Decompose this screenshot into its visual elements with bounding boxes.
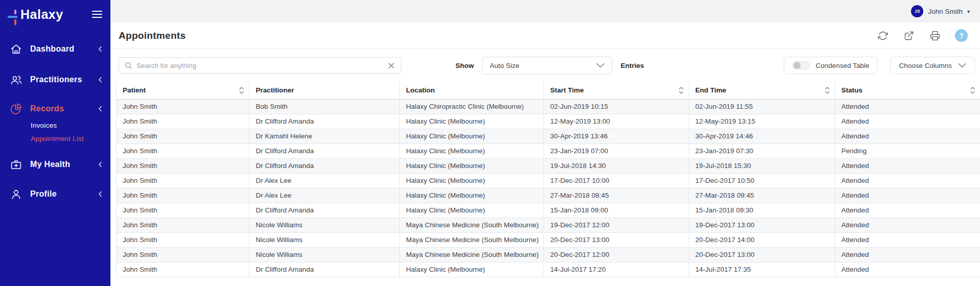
cell-patient: John Smith [117, 188, 249, 203]
cell-start-time: 20-Dec-2017 12:00 [544, 247, 689, 262]
topbar: JS John Smith ▾ [110, 0, 980, 22]
table-row[interactable]: John SmithDr Clifford AmandaHalaxy Clini… [117, 158, 980, 173]
cell-status: Attended [835, 218, 980, 232]
sidebar-item-label: Dashboard [30, 44, 74, 54]
sidebar-subitem-invoices[interactable]: Invoices [0, 119, 110, 131]
cell-practitioner: Dr Kamahl Helene [249, 129, 400, 144]
person-icon [10, 188, 22, 201]
cell-practitioner: Dr Clifford Amanda [249, 144, 400, 158]
caret-down-icon: ▾ [967, 9, 970, 14]
page-title: Appointments [119, 30, 186, 41]
cell-end-time: 27-Mar-2018 09:45 [689, 188, 835, 203]
page-size-select[interactable]: Auto Size [482, 57, 612, 75]
cell-practitioner: Bob Smith [249, 99, 400, 114]
cell-status: Pending [835, 144, 980, 158]
print-icon[interactable] [929, 30, 941, 42]
column-header-status[interactable]: Status [835, 82, 980, 99]
search-box [119, 57, 401, 74]
table-row[interactable]: John SmithNicole WilliamsMaya Chinese Me… [117, 218, 980, 232]
table-row[interactable]: John SmithNicole WilliamsMaya Chinese Me… [117, 247, 980, 262]
table-row[interactable]: John SmithNicole WilliamsMaya Chinese Me… [117, 232, 980, 247]
cell-start-time: 23-Jan-2019 07:00 [544, 144, 689, 158]
cell-location: Halaxy Clinic (Melbourne) [400, 188, 544, 203]
brand-logo-text: Halaxy [20, 7, 63, 22]
column-header-patient[interactable]: Patient [117, 82, 249, 99]
cell-practitioner: Dr Clifford Amanda [249, 114, 400, 129]
cell-status: Attended [835, 158, 980, 173]
sidebar-item-records[interactable]: Records [0, 101, 110, 117]
table-row[interactable]: John SmithDr Clifford AmandaHalaxy Clini… [117, 114, 980, 129]
sidebar-item-my-health[interactable]: My Health [0, 156, 110, 173]
sidebar-item-profile[interactable]: Profile [0, 186, 110, 202]
cell-status: Attended [835, 203, 980, 218]
cell-location: Halaxy Clinic (Melbourne) [400, 158, 544, 173]
sidebar-item-practitioners[interactable]: Practitioners [0, 72, 110, 88]
cell-location: Halaxy Clinic (Melbourne) [400, 173, 544, 188]
hamburger-menu-icon[interactable] [91, 9, 103, 20]
sidebar-item-dashboard[interactable]: Dashboard [0, 41, 110, 57]
cell-patient: John Smith [117, 203, 249, 218]
table-row[interactable]: John SmithDr Alex LeeHalaxy Clinic (Melb… [117, 188, 980, 203]
cell-start-time: 20-Dec-2017 13:00 [544, 232, 689, 247]
cell-location: Halaxy Clinic (Melbourne) [400, 129, 544, 144]
cell-patient: John Smith [117, 262, 249, 277]
cell-start-time: 15-Jan-2018 09:00 [544, 203, 689, 218]
refresh-icon[interactable] [877, 30, 889, 42]
chevron-left-icon [98, 106, 102, 112]
app-window: Halaxy Dashboard Practitioners [0, 0, 980, 286]
cell-status: Attended [835, 99, 980, 114]
condensed-table-label: Condensed Table [816, 62, 870, 69]
column-header-start-time[interactable]: Start Time [544, 82, 689, 99]
table-row[interactable]: John SmithDr Kamahl HeleneHalaxy Clinic … [117, 129, 980, 144]
cell-end-time: 12-May-2019 13:15 [689, 114, 835, 129]
page-actions: ? [877, 29, 968, 42]
cell-start-time: 17-Dec-2017 10:00 [544, 173, 689, 188]
cell-location: Halaxy Chiropractic Clinic (Melbourne) [400, 99, 544, 114]
cell-start-time: 27-Mar-2018 08:45 [544, 188, 689, 203]
appointments-table-body: John SmithBob SmithHalaxy Chiropractic C… [117, 99, 980, 277]
cell-start-time: 30-Apr-2019 13:46 [544, 129, 689, 144]
table-row[interactable]: John SmithDr Alex LeeHalaxy Clinic (Melb… [117, 173, 980, 188]
brand-logo[interactable]: Halaxy [8, 5, 63, 23]
first-aid-icon [10, 158, 22, 171]
table-row[interactable]: John SmithDr Clifford AmandaHalaxy Clini… [117, 203, 980, 218]
sidebar-subitem-appointment-list[interactable]: Appointment List [0, 132, 110, 145]
choose-columns-label: Choose Columns [899, 62, 952, 69]
column-header-end-time[interactable]: End Time [689, 82, 835, 99]
condensed-table-toggle[interactable]: Condensed Table [784, 57, 878, 74]
chevron-down-icon [596, 63, 605, 68]
cell-end-time: 23-Jan-2019 07:30 [689, 144, 835, 158]
toggle-switch-icon [792, 61, 810, 69]
cell-patient: John Smith [117, 232, 249, 247]
table-row[interactable]: John SmithDr Clifford AmandaHalaxy Clini… [117, 144, 980, 158]
clear-search-icon[interactable] [387, 61, 396, 70]
people-icon [10, 74, 22, 86]
chevron-down-icon [958, 63, 966, 68]
sidebar: Halaxy Dashboard Practitioners [0, 0, 110, 286]
sidebar-subitem-label: Appointment List [31, 135, 84, 142]
page-size-value: Auto Size [490, 62, 519, 69]
cell-start-time: 19-Dec-2017 12:00 [544, 218, 689, 232]
cell-end-time: 15-Jan-2018 09:30 [689, 203, 835, 218]
cell-patient: John Smith [117, 99, 249, 114]
choose-columns-button[interactable]: Choose Columns [890, 57, 975, 74]
search-input[interactable] [136, 62, 387, 69]
cell-patient: John Smith [117, 173, 249, 188]
sidebar-item-label: Records [30, 104, 64, 113]
help-icon[interactable]: ? [955, 29, 968, 42]
export-icon[interactable] [903, 30, 915, 42]
user-menu[interactable]: JS John Smith ▾ [911, 5, 970, 17]
column-header-location: Location [400, 82, 544, 99]
cell-location: Maya Chinese Medicine (South Melbourne) [400, 247, 544, 262]
sidebar-item-label: Practitioners [30, 75, 82, 84]
cell-status: Attended [835, 188, 980, 203]
table-row[interactable]: John SmithDr Clifford AmandaHalaxy Clini… [117, 262, 980, 277]
cell-practitioner: Nicole Williams [249, 232, 400, 247]
column-header-practitioner: Practitioner [249, 82, 400, 99]
cell-end-time: 19-Dec-2017 13:00 [689, 218, 835, 232]
cell-patient: John Smith [117, 144, 249, 158]
cell-start-time: 12-May-2019 13:00 [544, 114, 689, 129]
table-row[interactable]: John SmithBob SmithHalaxy Chiropractic C… [117, 99, 980, 114]
cell-status: Attended [835, 262, 980, 277]
pie-chart-icon [10, 103, 22, 115]
